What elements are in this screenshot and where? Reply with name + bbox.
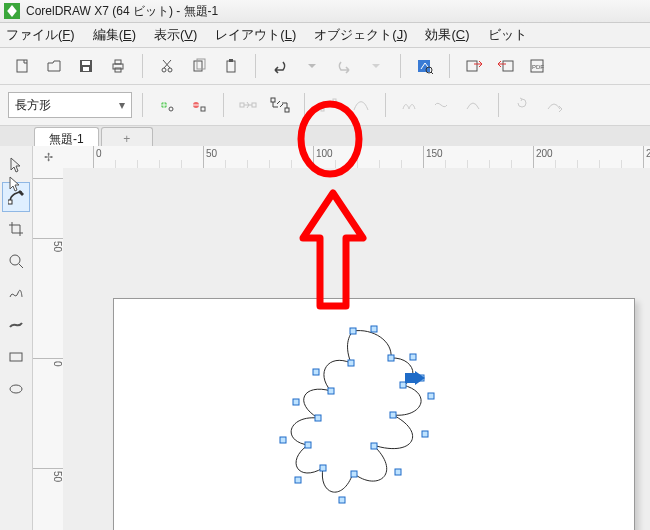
toolbar-separator	[449, 54, 450, 78]
svg-rect-23	[240, 103, 244, 107]
svg-rect-36	[410, 354, 416, 360]
svg-rect-42	[371, 443, 377, 449]
svg-rect-22	[201, 107, 205, 111]
svg-rect-33	[350, 328, 356, 334]
svg-rect-5	[115, 60, 121, 64]
svg-rect-47	[295, 477, 301, 483]
toolbar-separator	[142, 93, 143, 117]
add-node-button[interactable]	[153, 91, 181, 119]
join-nodes-button[interactable]	[234, 91, 262, 119]
menu-object[interactable]: オブジェクト(J)	[314, 26, 407, 44]
workspace: ✢ 050100150200250300 50050	[0, 146, 650, 530]
undo-button[interactable]	[266, 52, 294, 80]
toolbar-separator	[498, 93, 499, 117]
open-button[interactable]	[40, 52, 68, 80]
freehand-tool-icon[interactable]	[2, 278, 30, 308]
toolbar-separator	[142, 54, 143, 78]
toolbar-separator	[255, 54, 256, 78]
ruler-tick: 50	[203, 146, 217, 170]
cut-button[interactable]	[153, 52, 181, 80]
delete-node-button[interactable]	[185, 91, 213, 119]
print-button[interactable]	[104, 52, 132, 80]
titlebar: CorelDRAW X7 (64 ビット) - 無題-1	[0, 0, 650, 23]
svg-rect-27	[321, 108, 324, 111]
new-button[interactable]	[8, 52, 36, 80]
ruler-tick: 100	[313, 146, 333, 170]
export-button[interactable]	[492, 52, 520, 80]
to-curve-button[interactable]	[347, 91, 375, 119]
toolbox	[0, 146, 33, 530]
menu-layout[interactable]: レイアウト(L)	[215, 26, 296, 44]
smooth-node-button[interactable]	[428, 91, 456, 119]
crop-tool-icon[interactable]	[2, 214, 30, 244]
titlebar-app: CorelDRAW X7 (64 ビット)	[26, 3, 173, 20]
break-node-button[interactable]	[266, 91, 294, 119]
ruler-tick: 50	[33, 238, 63, 252]
symmetric-node-button[interactable]	[460, 91, 488, 119]
app-logo-icon	[4, 3, 20, 19]
svg-rect-40	[390, 412, 396, 418]
artistic-media-tool-icon[interactable]	[2, 310, 30, 340]
ruler-tick: 200	[533, 146, 553, 170]
vertical-ruler[interactable]: 50050	[33, 168, 64, 530]
svg-point-32	[10, 385, 22, 393]
menu-bitmap[interactable]: ビット	[488, 26, 527, 44]
redo-button[interactable]	[330, 52, 358, 80]
svg-rect-31	[10, 353, 22, 361]
ruler-tick: 0	[33, 358, 63, 367]
menu-file[interactable]: ファイル(F)	[6, 26, 75, 44]
rectangle-tool-icon[interactable]	[2, 342, 30, 372]
svg-rect-28	[333, 99, 336, 102]
canvas-area: ✢ 050100150200250300 50050	[33, 146, 650, 530]
horizontal-ruler[interactable]: 050100150200250300	[63, 146, 650, 169]
svg-rect-41	[422, 431, 428, 437]
svg-rect-54	[348, 360, 354, 366]
ruler-tick: 0	[93, 146, 102, 170]
property-bar: 長方形 ▾	[0, 85, 650, 126]
menu-view[interactable]: 表示(V)	[154, 26, 197, 44]
svg-rect-55	[405, 373, 415, 383]
toolbar-separator	[304, 93, 305, 117]
titlebar-doc: 無題-1	[184, 3, 219, 20]
svg-rect-15	[467, 61, 477, 71]
svg-rect-29	[8, 200, 12, 204]
svg-rect-12	[229, 59, 233, 62]
publish-pdf-button[interactable]: PDF	[524, 52, 552, 80]
save-button[interactable]	[72, 52, 100, 80]
ruler-tick: 150	[423, 146, 443, 170]
svg-rect-13	[418, 60, 430, 72]
svg-rect-16	[503, 61, 513, 71]
ellipse-tool-icon[interactable]	[2, 374, 30, 404]
reverse-direction-button[interactable]	[509, 91, 537, 119]
toolbar-separator	[400, 54, 401, 78]
svg-rect-44	[351, 471, 357, 477]
toolbar-separator	[223, 93, 224, 117]
app-window: CorelDRAW X7 (64 ビット) - 無題-1 ファイル(F) 編集(…	[0, 0, 650, 530]
menu-edit[interactable]: 編集(E)	[93, 26, 136, 44]
selected-curve-object[interactable]	[263, 323, 453, 523]
paste-button[interactable]	[217, 52, 245, 80]
zoom-tool-icon[interactable]	[2, 246, 30, 276]
combo-value: 長方形	[15, 97, 51, 114]
menu-effect[interactable]: 効果(C)	[425, 26, 469, 44]
svg-rect-53	[313, 369, 319, 375]
svg-rect-25	[271, 98, 275, 102]
svg-rect-45	[339, 497, 345, 503]
svg-rect-50	[315, 415, 321, 421]
extend-curve-button[interactable]	[541, 91, 569, 119]
redo-dropdown[interactable]	[362, 52, 390, 80]
svg-rect-2	[82, 61, 90, 65]
svg-point-20	[169, 107, 173, 111]
drawing-canvas[interactable]	[63, 168, 650, 530]
shape-type-combo[interactable]: 長方形 ▾	[8, 92, 132, 118]
search-content-button[interactable]	[411, 52, 439, 80]
cusp-node-button[interactable]	[396, 91, 424, 119]
svg-rect-43	[395, 469, 401, 475]
undo-dropdown[interactable]	[298, 52, 326, 80]
to-line-button[interactable]	[315, 91, 343, 119]
ruler-origin-icon[interactable]: ✢	[33, 146, 64, 169]
import-button[interactable]	[460, 52, 488, 80]
copy-button[interactable]	[185, 52, 213, 80]
svg-rect-35	[388, 355, 394, 361]
svg-rect-51	[293, 399, 299, 405]
